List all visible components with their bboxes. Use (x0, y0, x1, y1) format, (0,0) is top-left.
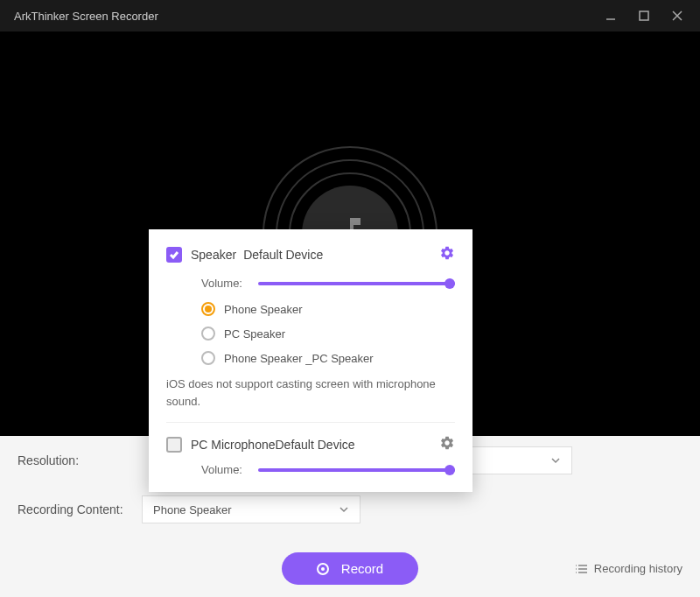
resolution-label: Resolution: (18, 453, 131, 467)
chevron-down-icon (550, 455, 561, 466)
record-button[interactable]: Record (282, 552, 418, 585)
gear-icon (439, 435, 455, 451)
mic-row: PC MicrophoneDefault Device (166, 435, 455, 454)
radio-button (201, 351, 215, 365)
radio-label: Phone Speaker _PC Speaker (224, 352, 374, 365)
app-title: ArkThinker Screen Recorder (14, 10, 158, 23)
history-label: Recording history (594, 562, 682, 575)
mic-checkbox[interactable] (166, 437, 182, 453)
radio-label: PC Speaker (224, 327, 285, 341)
speaker-options: Phone Speaker PC Speaker Phone Speaker _… (166, 302, 455, 365)
speaker-settings-button[interactable] (439, 245, 455, 264)
info-text: iOS does not support casting screen with… (166, 376, 455, 410)
speaker-label: Speaker (191, 248, 236, 262)
radio-phone-speaker[interactable]: Phone Speaker (201, 302, 455, 316)
close-button[interactable] (668, 7, 686, 25)
content-select[interactable]: Phone Speaker (142, 495, 360, 523)
speaker-device: Default Device (243, 248, 323, 262)
speaker-checkbox[interactable] (166, 247, 182, 263)
mic-volume-row: Volume: (166, 463, 455, 476)
titlebar: ArkThinker Screen Recorder (0, 0, 700, 32)
radio-button (201, 327, 215, 341)
maximize-button[interactable] (635, 7, 653, 25)
content-label: Recording Content: (18, 502, 131, 516)
svg-rect-1 (640, 11, 648, 20)
chevron-down-icon (339, 504, 349, 515)
radio-button (201, 302, 215, 316)
window-controls (602, 7, 686, 25)
audio-settings-popup: Speaker Default Device Volume: Phone Spe… (149, 229, 472, 492)
content-row: Recording Content: Phone Speaker (0, 485, 700, 534)
minimize-button[interactable] (602, 7, 620, 25)
gear-icon (439, 245, 455, 261)
speaker-volume-slider[interactable] (258, 282, 455, 285)
radio-label: Phone Speaker (224, 303, 303, 316)
speaker-row: Speaker Default Device (166, 245, 455, 264)
mic-settings-button[interactable] (439, 435, 455, 454)
speaker-volume-row: Volume: (166, 277, 455, 290)
record-icon (317, 563, 329, 575)
radio-pc-speaker[interactable]: PC Speaker (201, 327, 455, 341)
content-value: Phone Speaker (153, 503, 232, 516)
mic-label: PC MicrophoneDefault Device (191, 438, 355, 452)
radio-phone-pc-speaker[interactable]: Phone Speaker _PC Speaker (201, 351, 455, 365)
mic-volume-label: Volume: (201, 463, 249, 476)
list-icon (575, 562, 589, 576)
recording-history-link[interactable]: Recording history (575, 562, 682, 576)
bottom-bar: Record Recording history (0, 540, 700, 597)
record-label: Record (341, 561, 383, 576)
divider (166, 422, 455, 423)
mic-volume-slider[interactable] (258, 468, 455, 472)
speaker-volume-label: Volume: (201, 277, 249, 290)
